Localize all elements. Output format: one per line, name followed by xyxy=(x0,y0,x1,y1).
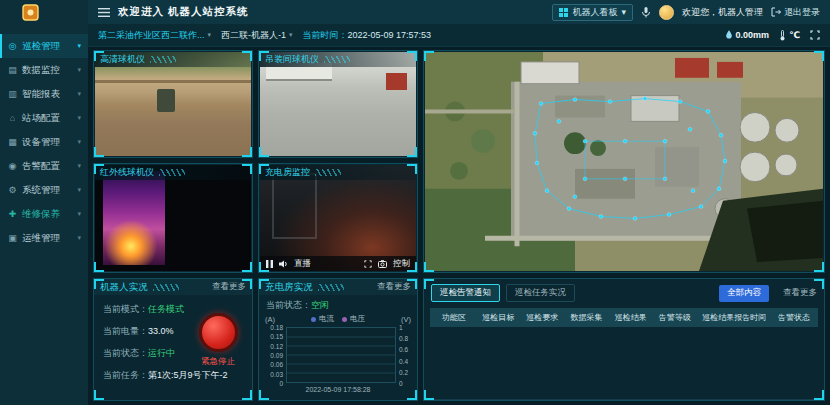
device-management-icon: ▦ xyxy=(7,137,18,147)
infrared-camera-title: 红外线球机仪 xyxy=(95,165,251,180)
hoist-camera-feed xyxy=(260,52,416,156)
chevron-down-icon: ▾ xyxy=(77,66,81,74)
patrol-management-icon: ◎ xyxy=(7,41,18,51)
sidebar-item-device-management[interactable]: ▦ 设备管理 ▾ xyxy=(0,130,88,154)
robot-task-value: 第1次:5月9号下午-2 xyxy=(148,370,228,380)
charge-status-more-link[interactable]: 查看更多 xyxy=(377,281,411,293)
volume-icon[interactable] xyxy=(279,260,288,268)
legend-voltage[interactable]: 电压 xyxy=(342,314,365,324)
panel-facility-map[interactable] xyxy=(423,50,825,273)
sidebar-item-label: 系统管理 xyxy=(22,184,60,197)
voltage-series-dot xyxy=(342,317,347,322)
panel-charge-status: 充电房实况 查看更多 当前状态：空闲 (A) 电流 电压 (V) 0.180.1… xyxy=(258,278,418,401)
welcome-text: 欢迎您，机器人管理 xyxy=(682,6,763,19)
temperature-readout: ℃ xyxy=(779,30,800,41)
microphone-icon[interactable] xyxy=(641,7,651,18)
chevron-down-icon: ▾ xyxy=(77,42,81,50)
col-function-area: 功能区 xyxy=(432,312,476,323)
charge-state-row: 当前状态：空闲 xyxy=(266,299,410,312)
alarm-config-icon: ◉ xyxy=(7,161,18,171)
sidebar: ◎ 巡检管理 ▾ ▤ 数据监控 ▾ ▥ 智能报表 ▾ ⌂ 站场配置 ▾ ▦ 设备… xyxy=(0,0,88,405)
emergency-stop-label: 紧急停止 xyxy=(196,356,240,368)
chevron-down-icon: ▾ xyxy=(621,7,626,17)
title-hatch-decoration xyxy=(153,284,179,291)
chevron-down-icon: ▾ xyxy=(77,162,81,170)
hoist-camera-title: 吊装间球机仪 xyxy=(260,52,416,67)
station-select[interactable]: 第二采油作业区西二联作...▾ xyxy=(98,29,211,42)
hd-camera-feed xyxy=(95,52,251,156)
robot-select[interactable]: 西二联-机器人-1▾ xyxy=(221,29,293,42)
chevron-down-icon: ▾ xyxy=(77,186,81,194)
panel-charge-room-camera: 充电房监控 直播 控制 xyxy=(258,163,418,273)
col-alarm-status: 告警状态 xyxy=(772,312,816,323)
logout-button[interactable]: 退出登录 xyxy=(771,6,820,19)
live-label[interactable]: 直播 xyxy=(294,258,311,270)
sidebar-item-smart-report[interactable]: ▥ 智能报表 ▾ xyxy=(0,82,88,106)
sidebar-item-station-config[interactable]: ⌂ 站场配置 ▾ xyxy=(0,106,88,130)
charge-status-title: 充电房实况 查看更多 xyxy=(259,279,417,295)
hd-camera-title: 高清球机仪 xyxy=(95,52,251,67)
robot-battery-value: 33.0% xyxy=(148,326,174,336)
alarm-table-body[interactable] xyxy=(430,327,818,400)
thermal-image xyxy=(103,171,165,264)
col-result: 巡检结果 xyxy=(609,312,653,323)
fullscreen-video-icon[interactable] xyxy=(364,260,372,268)
panel-hoist-camera: 吊装间球机仪 xyxy=(258,50,418,158)
chevron-down-icon: ▾ xyxy=(77,138,81,146)
operations-icon: ▣ xyxy=(7,233,18,243)
alarm-more-link[interactable]: 查看更多 xyxy=(783,287,817,299)
sidebar-item-operations[interactable]: ▣ 运维管理 ▾ xyxy=(0,226,88,250)
panel-hd-camera: 高清球机仪 xyxy=(93,50,253,158)
y-axis-left-name: (A) xyxy=(265,315,275,324)
logout-icon xyxy=(771,7,781,17)
kanban-icon xyxy=(559,8,568,17)
tab-alarm-notice[interactable]: 巡检告警通知 xyxy=(431,284,500,302)
tab-task-live[interactable]: 巡检任务实况 xyxy=(506,284,575,302)
charge-chart: 0.180.150.120.090.060.030 10.80.60.40.20 xyxy=(264,327,412,383)
pause-icon[interactable] xyxy=(266,260,273,268)
alarm-tabs: 巡检告警通知 巡检任务实况 全部内容 查看更多 xyxy=(424,279,824,306)
control-label[interactable]: 控制 xyxy=(393,258,410,270)
sidebar-item-data-monitor[interactable]: ▤ 数据监控 ▾ xyxy=(0,58,88,82)
rainfall-readout: 0.00mm xyxy=(725,30,770,40)
title-hatch-decoration xyxy=(318,284,344,291)
thermometer-icon xyxy=(779,30,786,41)
all-content-button[interactable]: 全部内容 xyxy=(719,285,769,302)
robot-kanban-button[interactable]: 机器人看板 ▾ xyxy=(552,4,633,21)
chart-header: (A) 电流 电压 (V) xyxy=(265,314,411,324)
hamburger-icon[interactable] xyxy=(98,8,110,17)
snapshot-camera-icon[interactable] xyxy=(378,260,387,268)
sidebar-item-patrol-management[interactable]: ◎ 巡检管理 ▾ xyxy=(0,34,88,58)
emergency-stop-icon xyxy=(199,313,238,352)
app-logo xyxy=(22,4,39,21)
sidebar-item-alarm-config[interactable]: ◉ 告警配置 ▾ xyxy=(0,154,88,178)
robot-status-title: 机器人实况 查看更多 xyxy=(94,279,252,295)
sidebar-item-label: 数据监控 xyxy=(22,64,60,77)
title-hatch-decoration xyxy=(315,169,341,176)
station-config-icon: ⌂ xyxy=(7,113,18,123)
sidebar-item-label: 维修保养 xyxy=(22,208,60,221)
sidebar-item-system-management[interactable]: ⚙ 系统管理 ▾ xyxy=(0,178,88,202)
sidebar-menu: ◎ 巡检管理 ▾ ▤ 数据监控 ▾ ▥ 智能报表 ▾ ⌂ 站场配置 ▾ ▦ 设备… xyxy=(0,34,88,250)
panel-robot-status: 机器人实况 查看更多 当前模式：任务模式 当前电量：33.0% 当前状态：运行中… xyxy=(93,278,253,401)
fullscreen-icon[interactable] xyxy=(810,30,820,40)
title-hatch-decoration xyxy=(324,56,350,63)
sidebar-item-label: 巡检管理 xyxy=(22,40,60,53)
chart-legend: 电流 电压 xyxy=(311,314,365,324)
data-monitor-icon: ▤ xyxy=(7,65,18,75)
emergency-stop-button[interactable]: 紧急停止 xyxy=(196,313,240,368)
panel-patrol-alarms: 巡检告警通知 巡检任务实况 全部内容 查看更多 功能区 巡检目标 巡检要求 数据… xyxy=(423,278,825,401)
maintenance-icon: ✚ xyxy=(7,209,18,219)
robot-status-more-link[interactable]: 查看更多 xyxy=(212,281,246,293)
toolbar: 第二采油作业区西二联作...▾ 西二联-机器人-1▾ 当前时间：2022-05-… xyxy=(88,24,830,47)
robot-state-value: 运行中 xyxy=(148,348,175,358)
alarm-table-header: 功能区 巡检目标 巡检要求 数据采集 巡检结果 告警等级 巡检结果报告时间 告警… xyxy=(430,308,818,327)
charge-state-value: 空闲 xyxy=(311,300,329,310)
chevron-down-icon: ▾ xyxy=(77,90,81,98)
legend-current[interactable]: 电流 xyxy=(311,314,334,324)
charge-room-camera-title: 充电房监控 xyxy=(260,165,416,180)
sidebar-item-maintenance[interactable]: ✚ 维修保养 ▾ xyxy=(0,202,88,226)
facility-map[interactable] xyxy=(425,52,823,271)
panel-infrared-camera: 红外线球机仪 xyxy=(93,163,253,273)
user-avatar[interactable] xyxy=(659,5,674,20)
